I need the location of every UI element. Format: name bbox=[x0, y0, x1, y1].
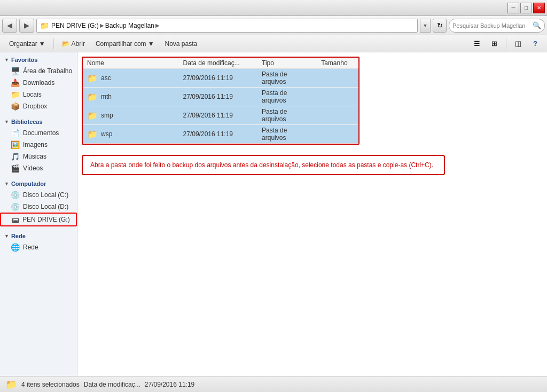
libraries-label: Bibliotecas bbox=[11, 119, 43, 125]
favorites-section-header[interactable]: ▼ Favoritos bbox=[0, 54, 77, 65]
organize-arrow-icon: ▼ bbox=[39, 40, 45, 48]
sidebar-item-pen-drive-label: PEN DRIVE (G:) bbox=[22, 216, 70, 223]
address-dropdown-button[interactable]: ▼ bbox=[420, 19, 431, 33]
computer-label: Computador bbox=[11, 181, 46, 187]
sidebar-item-pen-drive[interactable]: 🖴 PEN DRIVE (G:) bbox=[0, 213, 77, 226]
file-name: wsp bbox=[101, 130, 112, 138]
view-tiles-button[interactable]: ⊞ bbox=[487, 37, 502, 51]
search-icon[interactable]: 🔍 bbox=[533, 21, 541, 29]
sidebar-item-documentos[interactable]: 📄 Documentos bbox=[0, 127, 77, 139]
col-header-name[interactable]: Nome bbox=[83, 58, 179, 69]
sidebar-item-desktop-label: Área de Trabalho bbox=[23, 67, 72, 75]
sidebar-item-desktop[interactable]: 🖥️ Área de Trabalho bbox=[0, 65, 77, 77]
sidebar-item-downloads[interactable]: 📥 Downloads bbox=[0, 77, 77, 89]
sidebar-item-musicas[interactable]: 🎵 Músicas bbox=[0, 151, 77, 162]
maximize-button[interactable]: □ bbox=[520, 3, 532, 13]
sidebar-item-locais[interactable]: 📁 Locais bbox=[0, 89, 77, 100]
file-size bbox=[317, 88, 358, 106]
back-button[interactable]: ◀ bbox=[2, 19, 17, 33]
close-button[interactable]: ✕ bbox=[533, 3, 545, 13]
computer-section-header[interactable]: ▼ Computador bbox=[0, 178, 77, 189]
file-modified: 27/09/2016 11:19 bbox=[179, 69, 257, 88]
path-part-1: PEN DRIVE (G:) bbox=[51, 22, 99, 29]
address-path[interactable]: 📁 PEN DRIVE (G:) ▶ Backup Magellan ▶ bbox=[36, 19, 418, 33]
table-row[interactable]: 📁 smp 27/09/2016 11:19 Pasta de arquivos bbox=[83, 106, 358, 125]
libraries-section-header[interactable]: ▼ Bibliotecas bbox=[0, 116, 77, 127]
file-modified: 27/09/2016 11:19 bbox=[179, 125, 257, 144]
sidebar-item-imagens-label: Imagens bbox=[23, 141, 48, 148]
window-controls: ─ □ ✕ bbox=[507, 3, 545, 13]
col-header-type[interactable]: Tipo bbox=[257, 58, 317, 69]
back-icon: ◀ bbox=[7, 21, 12, 29]
file-modified: 27/09/2016 11:19 bbox=[179, 106, 257, 125]
file-name: asc bbox=[101, 74, 111, 82]
toolbar-separator-2 bbox=[506, 38, 506, 49]
folder-icon: 📁 bbox=[87, 73, 98, 83]
open-label: Abrir bbox=[72, 40, 85, 48]
sidebar-item-disco-d[interactable]: 💿 Disco Local (D:) bbox=[0, 201, 77, 213]
sidebar-item-videos[interactable]: 🎬 Vídeos bbox=[0, 162, 77, 174]
share-button[interactable]: Compartilhar com ▼ bbox=[91, 37, 159, 51]
sidebar-item-imagens[interactable]: 🖼️ Imagens bbox=[0, 139, 77, 151]
toolbar-separator-1 bbox=[53, 38, 54, 49]
network-chevron-icon: ▼ bbox=[4, 233, 9, 239]
view-details-button[interactable]: ☰ bbox=[470, 37, 485, 51]
content-area: Nome Data de modificaç... Tipo Tamanho 📁… bbox=[77, 52, 547, 376]
organize-button[interactable]: Organizar ▼ bbox=[4, 37, 50, 51]
folder-icon: 📁 bbox=[87, 111, 98, 121]
minimize-button[interactable]: ─ bbox=[507, 3, 519, 13]
file-type: Pasta de arquivos bbox=[257, 125, 317, 144]
address-bar: ◀ ▶ 📁 PEN DRIVE (G:) ▶ Backup Magellan ▶… bbox=[0, 16, 547, 35]
musicas-icon: 🎵 bbox=[11, 152, 20, 161]
file-type: Pasta de arquivos bbox=[257, 88, 317, 106]
documentos-icon: 📄 bbox=[11, 129, 20, 137]
col-header-size[interactable]: Tamanho bbox=[317, 58, 358, 69]
instruction-box: Abra a pasta onde foi feito o backup dos… bbox=[82, 155, 445, 175]
sidebar-item-locais-label: Locais bbox=[23, 91, 42, 98]
desktop-icon: 🖥️ bbox=[11, 67, 20, 75]
table-row[interactable]: 📁 asc 27/09/2016 11:19 Pasta de arquivos bbox=[83, 69, 358, 88]
new-folder-label: Nova pasta bbox=[165, 40, 198, 48]
sidebar-item-disco-c[interactable]: 💿 Disco Local (C:) bbox=[0, 189, 77, 201]
sidebar-item-dropbox[interactable]: 📦 Dropbox bbox=[0, 100, 77, 112]
sidebar-item-rede[interactable]: 🌐 Rede bbox=[0, 241, 77, 253]
preview-icon: ◫ bbox=[515, 40, 521, 48]
file-table: Nome Data de modificaç... Tipo Tamanho 📁… bbox=[83, 58, 358, 144]
file-selection-box: Nome Data de modificaç... Tipo Tamanho 📁… bbox=[82, 57, 360, 145]
sidebar-item-documentos-label: Documentos bbox=[23, 129, 59, 137]
network-section-header[interactable]: ▼ Rede bbox=[0, 231, 77, 241]
forward-button[interactable]: ▶ bbox=[19, 19, 34, 33]
table-row[interactable]: 📁 mth 27/09/2016 11:19 Pasta de arquivos bbox=[83, 88, 358, 106]
col-header-modified[interactable]: Data de modificaç... bbox=[179, 58, 257, 69]
title-bar: ─ □ ✕ bbox=[0, 0, 547, 16]
favorites-label: Favoritos bbox=[11, 57, 38, 63]
status-date-label: Data de modificaç... bbox=[84, 381, 140, 388]
refresh-button[interactable]: ↻ bbox=[433, 19, 447, 33]
file-size bbox=[317, 125, 358, 144]
path-arrow-1: ▶ bbox=[100, 22, 104, 28]
sidebar: ▼ Favoritos 🖥️ Área de Trabalho 📥 Downlo… bbox=[0, 52, 77, 376]
file-modified: 27/09/2016 11:19 bbox=[179, 88, 257, 106]
favorites-chevron-icon: ▼ bbox=[4, 57, 9, 62]
downloads-icon: 📥 bbox=[11, 79, 20, 87]
status-selection-count: 4 itens selecionados bbox=[21, 381, 80, 388]
file-size bbox=[317, 69, 358, 88]
sidebar-item-downloads-label: Downloads bbox=[23, 79, 54, 87]
preview-pane-button[interactable]: ◫ bbox=[511, 37, 526, 51]
network-label: Rede bbox=[11, 233, 26, 239]
sidebar-item-dropbox-label: Dropbox bbox=[23, 103, 47, 110]
new-folder-button[interactable]: Nova pasta bbox=[160, 37, 202, 51]
table-row[interactable]: 📁 wsp 27/09/2016 11:19 Pasta de arquivos bbox=[83, 125, 358, 144]
share-arrow-icon: ▼ bbox=[148, 40, 154, 48]
search-box: 🔍 bbox=[449, 19, 545, 33]
path-folder-icon: 📁 bbox=[40, 21, 49, 30]
search-input[interactable] bbox=[452, 22, 530, 29]
open-button[interactable]: 📂 Abrir bbox=[57, 37, 90, 51]
help-button[interactable]: ? bbox=[528, 37, 543, 51]
rede-icon: 🌐 bbox=[11, 243, 20, 252]
file-type: Pasta de arquivos bbox=[257, 69, 317, 88]
path-arrow-2: ▶ bbox=[155, 22, 160, 28]
sidebar-divider-2 bbox=[0, 174, 77, 178]
dropbox-icon: 📦 bbox=[11, 102, 20, 111]
sidebar-item-disco-d-label: Disco Local (D:) bbox=[23, 203, 68, 210]
